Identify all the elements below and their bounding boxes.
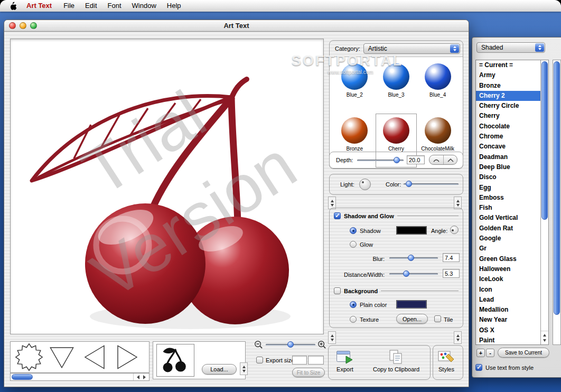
- menu-app-name[interactable]: Art Text: [20, 0, 58, 12]
- open-texture-button[interactable]: Open...: [396, 314, 428, 324]
- curve-peak-icon[interactable]: [443, 155, 457, 164]
- style-thumbnail[interactable]: Blue_3: [376, 60, 417, 114]
- shadow-radio[interactable]: [350, 227, 357, 234]
- title-bar[interactable]: Art Text: [4, 20, 469, 32]
- preview-canvas[interactable]: Trial Version: [10, 39, 324, 334]
- save-to-current-button[interactable]: Save to Current: [498, 348, 549, 358]
- zoom-out-icon[interactable]: [254, 340, 263, 349]
- styles-list-scrollbar[interactable]: [540, 60, 548, 344]
- curve-arc-icon[interactable]: [429, 155, 443, 164]
- fit-to-size-button[interactable]: Fit to Size: [292, 368, 325, 377]
- shape-strip-scrollbar[interactable]: [10, 373, 149, 381]
- category-dropdown[interactable]: Artistic: [363, 43, 460, 54]
- use-text-checkbox[interactable]: [475, 364, 482, 371]
- slider-thumb[interactable]: [287, 341, 294, 348]
- shape-arrow-right[interactable]: [113, 343, 142, 371]
- shape-starburst[interactable]: [15, 343, 43, 371]
- distance-field[interactable]: [443, 269, 460, 278]
- style-thumbnail[interactable]: Blue_4: [417, 60, 459, 114]
- styles-list-item[interactable]: Cherry 2: [476, 91, 540, 101]
- angle-dial[interactable]: [450, 226, 459, 234]
- shape-arrow-left[interactable]: [80, 343, 109, 371]
- zoom-button[interactable]: [30, 22, 37, 29]
- light-knob[interactable]: [359, 179, 371, 190]
- scroll-arrows[interactable]: [240, 362, 248, 375]
- styles-list-item[interactable]: Green Glass: [476, 254, 540, 264]
- styles-list-item[interactable]: Deadman: [476, 152, 540, 162]
- styles-button[interactable]: Styles: [437, 349, 455, 372]
- apple-menu[interactable]: [6, 2, 20, 10]
- styles-list-item[interactable]: Gold Vertical: [476, 213, 540, 223]
- styles-list-item[interactable]: Emboss: [476, 193, 540, 203]
- styles-list-item[interactable]: New Year: [476, 315, 540, 325]
- styles-list-item[interactable]: Halloween: [476, 264, 540, 274]
- styles-category-dropdown[interactable]: Shaded: [476, 42, 545, 53]
- background-checkbox[interactable]: [334, 287, 341, 294]
- plain-color-radio[interactable]: [350, 301, 357, 308]
- scrollbar-arrows[interactable]: [541, 331, 548, 344]
- distance-slider[interactable]: [389, 270, 438, 277]
- close-button[interactable]: [9, 22, 16, 29]
- styles-list-item[interactable]: = Current =: [476, 60, 540, 70]
- styles-list-item[interactable]: Chrome: [476, 132, 540, 142]
- styles-list-item[interactable]: Paint: [476, 335, 540, 344]
- zoom-in-icon[interactable]: [317, 340, 326, 349]
- copy-to-clipboard-button[interactable]: Copy to Clipboard: [373, 349, 419, 372]
- depth-field[interactable]: [407, 155, 425, 164]
- scroll-arrows[interactable]: [454, 331, 462, 344]
- scrollbar-arrows[interactable]: [133, 374, 149, 380]
- styles-list-item[interactable]: Golden Rat: [476, 223, 540, 234]
- styles-list-item[interactable]: Army: [476, 70, 540, 80]
- blur-slider[interactable]: [389, 254, 438, 262]
- menu-edit[interactable]: Edit: [80, 0, 102, 12]
- zoom-slider[interactable]: [266, 341, 315, 348]
- background-color-swatch[interactable]: [396, 300, 427, 309]
- export-height-field[interactable]: [308, 356, 324, 365]
- tile-checkbox[interactable]: [434, 315, 441, 322]
- shadow-color-swatch[interactable]: [396, 226, 427, 235]
- menu-font[interactable]: Font: [102, 0, 127, 12]
- window-edge-scrollbar[interactable]: [553, 60, 561, 345]
- styles-list-item[interactable]: Chocolate: [476, 122, 540, 132]
- styles-list-item[interactable]: Concave: [476, 142, 540, 152]
- styles-list-item[interactable]: Bronze: [476, 81, 540, 91]
- minimize-button[interactable]: [20, 22, 26, 29]
- styles-list-item[interactable]: Icon: [476, 285, 540, 295]
- style-thumbnail[interactable]: Blue_2: [334, 60, 376, 114]
- slider-thumb[interactable]: [394, 157, 400, 163]
- styles-list-item[interactable]: Egg: [476, 183, 540, 193]
- menu-help[interactable]: Help: [162, 0, 186, 12]
- export-size-checkbox[interactable]: [256, 357, 263, 363]
- styles-list-item[interactable]: Cherry: [476, 111, 540, 121]
- styles-list-item[interactable]: Medallion: [476, 305, 540, 315]
- blur-field[interactable]: [443, 253, 460, 262]
- shadow-glow-checkbox[interactable]: [334, 212, 341, 219]
- export-width-field[interactable]: [292, 356, 307, 365]
- styles-list-item[interactable]: Deep Blue: [476, 162, 540, 172]
- remove-style-button[interactable]: -: [486, 349, 494, 357]
- clipart-cherry-thumb[interactable]: [156, 344, 194, 377]
- load-button[interactable]: Load...: [202, 364, 237, 375]
- menu-file[interactable]: File: [58, 0, 80, 12]
- texture-radio[interactable]: [350, 316, 357, 323]
- scrollbar-thumb[interactable]: [554, 61, 560, 315]
- styles-list-item[interactable]: Fish: [476, 203, 540, 213]
- light-color-slider[interactable]: [404, 180, 459, 188]
- scroll-arrows[interactable]: [328, 331, 336, 344]
- glow-radio[interactable]: [350, 241, 357, 248]
- add-style-button[interactable]: +: [476, 349, 485, 357]
- export-button[interactable]: Export: [336, 349, 354, 372]
- styles-list-item[interactable]: Google: [476, 234, 540, 244]
- menu-window[interactable]: Window: [127, 0, 162, 12]
- depth-slider[interactable]: [357, 156, 404, 164]
- styles-list-item[interactable]: OS X: [476, 325, 540, 335]
- shape-triangle[interactable]: [48, 343, 76, 371]
- styles-list-item[interactable]: Gr: [476, 244, 540, 254]
- scrollbar-thumb[interactable]: [541, 61, 548, 220]
- styles-list-item[interactable]: IceLook: [476, 274, 540, 284]
- styles-list-item[interactable]: Cherry Circle: [476, 101, 540, 111]
- scrollbar-thumb[interactable]: [12, 374, 33, 380]
- slider-thumb[interactable]: [403, 270, 409, 277]
- depth-curve-control[interactable]: [429, 155, 457, 165]
- styles-list-item[interactable]: Disco: [476, 172, 540, 182]
